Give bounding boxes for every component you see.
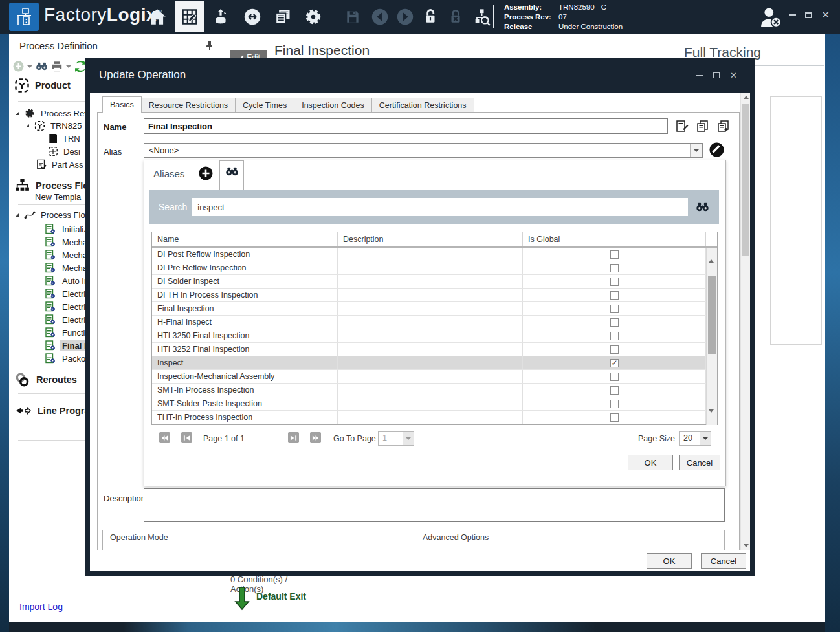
scroll-down-icon[interactable]	[741, 541, 751, 550]
scrollbar-thumb[interactable]	[742, 104, 749, 256]
alias-table-row[interactable]: H-Final Inspect	[152, 316, 717, 329]
tree-item-design[interactable]: Desi	[48, 146, 80, 157]
sidebar-item-product[interactable]: Product	[14, 78, 71, 93]
tab-basics[interactable]: Basics	[102, 96, 142, 113]
data-import-icon[interactable]	[206, 1, 235, 32]
tree-item-trn825[interactable]: TRN825	[26, 120, 82, 131]
alias-table-row[interactable]: THT-In Process Inspection	[152, 411, 717, 424]
alias-table-row[interactable]: Final Inspection	[152, 302, 717, 316]
back-icon[interactable]	[366, 1, 394, 32]
dialog-cancel-button[interactable]: Cancel	[701, 553, 746, 569]
tab-resource-restrictions[interactable]: Resource Restrictions	[141, 98, 236, 113]
copy-icon[interactable]	[696, 120, 709, 133]
alias-table-row[interactable]: SMT-Solder Paste Inspection	[152, 397, 717, 411]
alias-dropdown-button[interactable]	[690, 144, 702, 157]
is-global-checkbox[interactable]	[610, 291, 619, 300]
goto-dropdown-icon[interactable]	[403, 432, 414, 445]
tab-certification-restrictions[interactable]: Certification Restrictions	[371, 98, 474, 113]
unlock-icon[interactable]	[416, 1, 445, 32]
expander-icon[interactable]	[16, 112, 19, 115]
window-close-button[interactable]: ✕	[821, 12, 830, 18]
previous-page-icon[interactable]	[181, 432, 192, 443]
alias-table-row[interactable]: SMT-In Process Inspection	[152, 384, 717, 397]
lock-denied-icon[interactable]	[441, 1, 470, 32]
name-input[interactable]	[144, 118, 668, 134]
sync-icon[interactable]	[238, 1, 267, 32]
tree-item-trn-doc[interactable]: TRN	[48, 133, 80, 144]
print-dropdown-caret-icon[interactable]	[66, 65, 71, 68]
alias-table-row[interactable]: HTI 3250 Final Inspection	[152, 329, 717, 343]
clear-alias-icon[interactable]	[709, 142, 724, 157]
column-header-description[interactable]: Description	[338, 232, 523, 246]
scroll-down-icon[interactable]	[709, 413, 714, 424]
add-icon[interactable]	[13, 61, 24, 72]
is-global-checkbox[interactable]	[610, 264, 619, 272]
import-log-link[interactable]: Import Log	[19, 602, 63, 612]
dialog-ok-button[interactable]: OK	[647, 553, 692, 569]
page-size-dropdown-icon[interactable]	[700, 432, 711, 445]
sidebar-item-reroutes[interactable]: Reroutes	[14, 371, 77, 388]
sidebar-item-process-flows[interactable]: Process Flo	[14, 177, 89, 193]
last-page-icon[interactable]	[310, 432, 321, 443]
tab-inspection-codes[interactable]: Inspection Codes	[294, 98, 372, 113]
expander-icon[interactable]	[16, 213, 19, 217]
add-alias-icon[interactable]	[199, 166, 213, 180]
settings-gear-icon[interactable]	[299, 1, 327, 32]
edit-list-icon[interactable]	[676, 120, 689, 133]
save-icon[interactable]	[338, 1, 367, 32]
alias-table-row[interactable]: HTI 3252 Final Inspection	[152, 343, 717, 356]
is-global-checkbox[interactable]	[610, 318, 619, 327]
alias-table-row[interactable]: Inspect	[152, 356, 717, 370]
default-exit[interactable]: Default Exit	[234, 586, 306, 611]
alias-table-row[interactable]: DI Solder Inspect	[152, 275, 717, 289]
dialog-close-button[interactable]: ✕	[730, 72, 737, 78]
dialog-scrollbar[interactable]	[740, 93, 750, 550]
is-global-checkbox[interactable]	[610, 345, 619, 354]
description-input[interactable]	[144, 488, 725, 522]
sidebar-item-line-program[interactable]: Line Progra	[14, 404, 90, 418]
is-global-checkbox[interactable]	[610, 373, 619, 381]
first-page-icon[interactable]	[159, 432, 170, 443]
tab-cycle-times[interactable]: Cycle Times	[235, 98, 294, 113]
column-header-name[interactable]: Name	[152, 232, 338, 246]
is-global-checkbox[interactable]	[610, 400, 619, 408]
tree-item-process-flow-root[interactable]: Process Flow	[16, 210, 91, 220]
goto-page-combobox[interactable]: 1	[378, 431, 414, 446]
is-global-checkbox[interactable]	[610, 332, 619, 340]
alias-search-tab[interactable]	[219, 160, 244, 190]
pin-icon[interactable]	[205, 40, 214, 50]
scroll-up-icon[interactable]	[741, 93, 751, 102]
search-binoculars-icon[interactable]	[696, 202, 709, 212]
tree-item-process-rev[interactable]: Process Rev	[16, 107, 89, 119]
alias-table-row[interactable]: DI Pre Reflow Inspection	[152, 261, 717, 275]
is-global-checkbox[interactable]	[610, 278, 619, 286]
is-global-checkbox[interactable]	[610, 386, 619, 395]
alias-combobox[interactable]: <None>	[144, 143, 703, 158]
is-global-checkbox[interactable]	[610, 359, 619, 367]
home-icon[interactable]	[143, 1, 171, 32]
tree-item-part-assembly[interactable]: Part Ass	[36, 159, 83, 170]
expander-icon[interactable]	[26, 124, 29, 127]
scrollbar-thumb[interactable]	[708, 276, 716, 354]
alias-table-row[interactable]: DI TH In Process Inspection	[152, 289, 717, 302]
window-minimize-button[interactable]	[789, 14, 796, 16]
aliases-cancel-button[interactable]: Cancel	[679, 455, 720, 470]
process-editor-icon[interactable]	[175, 1, 204, 32]
alias-table-row[interactable]: Inspection-Mechanical Assembly	[152, 370, 717, 384]
add-dropdown-caret-icon[interactable]	[27, 65, 32, 68]
print-icon[interactable]	[51, 61, 63, 72]
scroll-up-icon[interactable]	[709, 248, 714, 260]
column-header-is-global[interactable]: Is Global	[523, 232, 706, 246]
aliases-ok-button[interactable]: OK	[628, 455, 673, 470]
sidebar-item-new-template[interactable]: New Templa	[35, 192, 81, 202]
user-logout-icon[interactable]	[758, 5, 783, 28]
next-page-icon[interactable]	[288, 432, 299, 443]
search-binoculars-icon[interactable]	[36, 62, 48, 71]
dialog-minimize-button[interactable]	[696, 75, 703, 76]
dialog-maximize-button[interactable]	[713, 72, 720, 78]
is-global-checkbox[interactable]	[610, 250, 619, 259]
is-global-checkbox[interactable]	[610, 305, 619, 313]
forward-icon[interactable]	[391, 1, 419, 32]
alias-table-row[interactable]: DI Post Reflow Inspection	[152, 248, 717, 261]
window-maximize-button[interactable]	[805, 12, 812, 18]
